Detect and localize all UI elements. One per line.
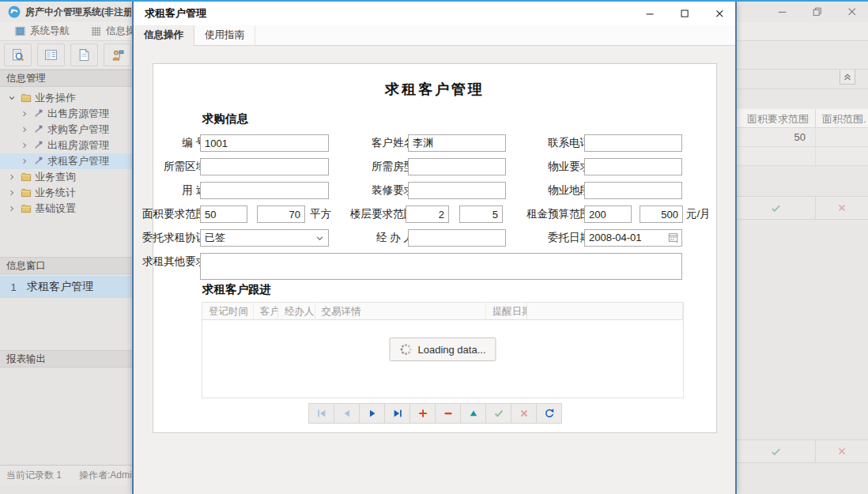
- agent-field[interactable]: [408, 229, 506, 247]
- tree-item-基础设置[interactable]: 基础设置: [0, 201, 132, 217]
- tree-item-业务统计[interactable]: 业务统计: [0, 185, 132, 201]
- grid-column-header-blank[interactable]: [527, 303, 683, 320]
- info-window-item[interactable]: 1 求租客户管理: [0, 276, 132, 298]
- grid-column-header-经办人[interactable]: 经办人: [278, 303, 315, 320]
- decoration-field[interactable]: [408, 182, 506, 199]
- label-location: 物业地段: [504, 182, 591, 199]
- nav-insert-button[interactable]: [409, 403, 436, 424]
- dialog-title: 求租客户管理: [145, 2, 206, 25]
- nav-next-button[interactable]: [359, 403, 385, 424]
- tree-item-出租房源管理[interactable]: 出租房源管理: [0, 138, 132, 153]
- customer-name-field[interactable]: [408, 134, 506, 152]
- folder-icon: [21, 203, 32, 214]
- dialog-content: 求租客户管理 求购信息 编 号 客户姓名 联系电话 所需区域 所需房型 物业要求…: [134, 46, 735, 494]
- area-to-field[interactable]: [257, 206, 305, 223]
- property-req-field[interactable]: [584, 158, 682, 175]
- grid-column-header-客户[interactable]: 客户: [254, 303, 278, 320]
- tool-icon: [33, 124, 44, 135]
- info-window-item-label: 求租客户管理: [27, 280, 93, 294]
- house-type-field[interactable]: [408, 158, 506, 175]
- tree-item-求购客户管理[interactable]: 求购客户管理: [0, 122, 132, 138]
- rent-from-field[interactable]: [584, 206, 632, 223]
- tree-item-业务查询[interactable]: 业务查询: [0, 169, 132, 185]
- entrust-date-field[interactable]: 2008-04-01: [584, 229, 682, 247]
- tree-item-业务操作[interactable]: 业务操作: [0, 90, 132, 106]
- app-logo-icon: [8, 6, 21, 18]
- unit-rent: 元/月: [686, 206, 711, 223]
- close-button[interactable]: [846, 6, 859, 17]
- bg-grid-header-area-req: 面积要求范围: [737, 109, 816, 127]
- chevron-down-icon[interactable]: [6, 92, 17, 104]
- nav-post-button[interactable]: [485, 403, 511, 424]
- calendar-icon[interactable]: [668, 232, 679, 248]
- restore-button[interactable]: [811, 6, 824, 17]
- chevron-down-icon: [7, 93, 17, 103]
- tree-item-求租客户管理[interactable]: 求租客户管理: [0, 153, 132, 169]
- label-area-range: 面积要求范围: [119, 206, 206, 223]
- chevron-right-icon[interactable]: [19, 124, 30, 135]
- nav-last-icon: [392, 408, 403, 419]
- nav-refresh-button[interactable]: [536, 403, 562, 424]
- dialog-window-controls: [644, 8, 726, 19]
- region-field[interactable]: [200, 158, 329, 175]
- chevron-right-icon[interactable]: [19, 108, 30, 119]
- collapse-panel-button[interactable]: [840, 70, 855, 85]
- location-field[interactable]: [584, 182, 682, 199]
- cross-icon: [816, 440, 868, 462]
- chevron-right-icon[interactable]: [19, 156, 30, 167]
- sidebar-header-info-manage: 信息管理: [0, 70, 132, 87]
- bg-check-row: [737, 439, 868, 463]
- floor-to-field[interactable]: [459, 206, 503, 223]
- chevron-right-icon: [7, 204, 17, 213]
- floor-from-field[interactable]: [406, 206, 449, 223]
- area-from-field[interactable]: [200, 206, 247, 223]
- form-title: 求租客户管理: [153, 80, 716, 99]
- chevron-right-icon: [20, 156, 29, 166]
- rent-to-field[interactable]: [640, 206, 683, 223]
- nav-last-button[interactable]: [384, 403, 410, 424]
- nav-delete-button[interactable]: [435, 403, 461, 424]
- dialog-maximize-button[interactable]: [679, 8, 691, 19]
- chevron-right-icon[interactable]: [6, 203, 17, 214]
- check-icon: [737, 440, 816, 462]
- chevron-right-icon: [20, 141, 29, 150]
- minus-icon: [443, 408, 454, 419]
- tree-item-label: 出售房源管理: [47, 107, 109, 121]
- unit-area: 平方: [310, 206, 331, 223]
- nav-cancel-button[interactable]: [511, 403, 537, 424]
- document-button[interactable]: [70, 43, 98, 66]
- ribbon-tab-0[interactable]: 系统导航: [6, 23, 77, 40]
- nav-prior-button[interactable]: [334, 403, 360, 424]
- dialog-tab-1[interactable]: 使用指南: [194, 25, 255, 46]
- agreement-select[interactable]: 已签: [200, 229, 329, 247]
- nav-edit-button[interactable]: [460, 403, 486, 424]
- nav-first-button[interactable]: [308, 403, 334, 424]
- minimize-button[interactable]: [776, 6, 789, 17]
- code-field[interactable]: [200, 134, 329, 152]
- dialog-tab-0[interactable]: 信息操作: [134, 25, 194, 46]
- folder-icon: [21, 92, 32, 104]
- dialog-titlebar[interactable]: 求租客户管理: [134, 2, 735, 25]
- grid-column-header-登记时间[interactable]: 登记时间: [202, 303, 254, 320]
- section-label-follow: 求租客户跟进: [202, 282, 271, 297]
- other-req-field[interactable]: [200, 253, 682, 280]
- chevron-right-icon[interactable]: [19, 140, 30, 151]
- tree-item-出售房源管理[interactable]: 出售房源管理: [0, 106, 132, 122]
- background-right-fragment: 面积要求范围 面积范围. 50: [737, 70, 868, 494]
- minimize-icon: [645, 9, 655, 19]
- form-button[interactable]: [37, 43, 65, 66]
- chevron-right-icon[interactable]: [6, 187, 17, 198]
- chevron-right-icon[interactable]: [6, 172, 17, 183]
- folder-icon: [21, 92, 32, 104]
- dialog-minimize-button[interactable]: [644, 8, 656, 19]
- follow-up-grid[interactable]: 登记时间客户经办人交易详情提醒日期 Loading data...: [202, 302, 684, 398]
- dialog-close-button[interactable]: [714, 8, 726, 19]
- search-doc-button[interactable]: [4, 43, 32, 66]
- grid-column-header-提醒日期[interactable]: 提醒日期: [486, 303, 527, 320]
- phone-field[interactable]: [584, 134, 682, 152]
- person-button[interactable]: [104, 43, 131, 66]
- folder-icon: [21, 172, 32, 183]
- grid-column-header-交易详情[interactable]: 交易详情: [315, 303, 486, 320]
- usage-field[interactable]: [200, 182, 329, 199]
- tree-item-label: 业务操作: [35, 91, 76, 105]
